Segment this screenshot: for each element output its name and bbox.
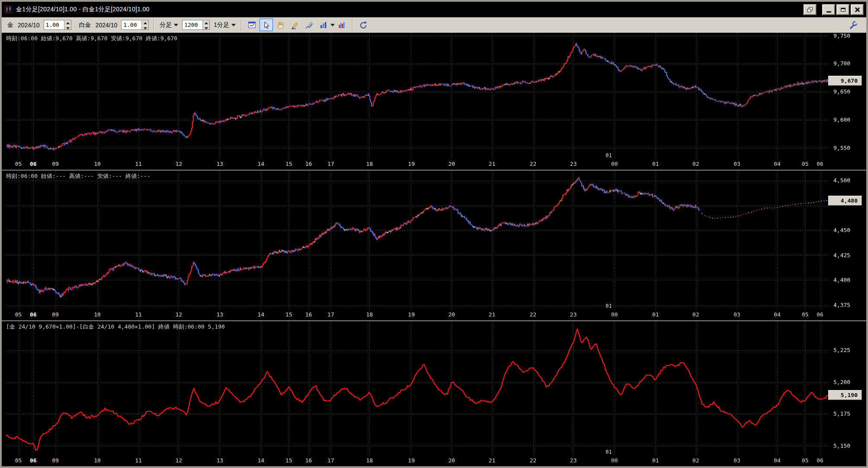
x-axis-label: 13 — [216, 161, 223, 167]
y-axis-label: 9,650 — [833, 88, 850, 95]
x-axis-label: 23 — [570, 161, 577, 167]
y-axis-label: 4,400 — [833, 277, 850, 283]
popout-button[interactable] — [804, 4, 817, 15]
x-axis-label: 20 — [448, 311, 455, 318]
pan-hand-button[interactable] — [274, 19, 287, 31]
platinum-multiplier-arrows[interactable] — [141, 20, 148, 29]
x-axis-label: 18 — [366, 311, 373, 318]
app-icon — [4, 5, 13, 14]
close-button[interactable] — [851, 4, 864, 15]
x-axis-label: 05 — [802, 161, 809, 167]
maximize-button[interactable] — [836, 4, 849, 15]
x-axis-label: 09 — [52, 457, 59, 464]
platinum-ohlc-info: 時刻:06:00 始値:--- 高値:--- 安値:--- 終値:--- — [6, 172, 151, 180]
pan-hand-icon — [276, 21, 285, 29]
last-price-badge: 9,670 — [828, 76, 862, 86]
x-axis-label: 00 — [611, 161, 618, 167]
x-axis-label: 12 — [175, 311, 182, 318]
app-window: 金1分足[2024/10]1.00 - 白金1分足[2024/10]1.00 金… — [0, 0, 868, 468]
x-axis-label: 15 — [285, 161, 292, 167]
gold-chart-canvas[interactable] — [2, 33, 866, 159]
chart-area: 時刻:06:00 始値:9,670 高値:9,670 安値:9,670 終値:9… — [2, 33, 866, 466]
toolbar-separator — [241, 19, 242, 31]
settings-wrench-button[interactable] — [847, 19, 860, 31]
x-axis-label: 10 — [94, 457, 101, 464]
spin-down-icon[interactable] — [64, 25, 71, 30]
gold-month-selector[interactable]: 2024/10 — [18, 22, 40, 29]
chart-window-button[interactable] — [245, 19, 259, 31]
popout-icon — [807, 7, 813, 13]
x-axis-label: 00 — [611, 457, 618, 464]
histogram-button[interactable] — [335, 19, 349, 31]
x-axis-label: 04 — [774, 457, 781, 464]
x-axis-label: 04 — [774, 311, 781, 318]
bar-count-arrows[interactable] — [202, 20, 209, 29]
draw-pencil-icon — [291, 21, 299, 29]
x-axis-label: 03 — [733, 311, 740, 318]
x-axis-label: 19 — [408, 457, 415, 464]
bar-count-spinner[interactable]: 1200 — [182, 20, 210, 30]
x-axis-label: 10 — [94, 311, 101, 318]
gold-multiplier-spinner[interactable]: 1.00 — [44, 20, 71, 30]
spin-up-icon[interactable] — [64, 20, 71, 25]
date-change-label: 01 — [605, 449, 612, 455]
x-axis-label: 17 — [327, 311, 334, 318]
x-axis-label: 02 — [692, 311, 699, 318]
gold-label: 金 — [7, 21, 13, 29]
x-axis-label: 02 — [692, 161, 699, 167]
x-axis-label: 02 — [692, 457, 699, 464]
y-axis-label: 4,500 — [833, 177, 850, 184]
spin-up-icon[interactable] — [142, 20, 148, 25]
spin-down-icon[interactable] — [203, 25, 209, 30]
x-axis-label: 17 — [327, 161, 334, 167]
x-axis-label: 18 — [366, 161, 373, 167]
spread-x-axis: 0506091011121314151617181920212223000102… — [2, 456, 866, 466]
x-axis-label: 19 — [408, 311, 415, 318]
toolbar: 金 2024/10 1.00 白金 2024/10 1.00 分足 1200 1… — [2, 17, 866, 33]
x-axis-label: 09 — [52, 161, 59, 167]
chevron-down-icon[interactable] — [330, 24, 335, 26]
close-icon — [855, 7, 860, 12]
minimize-button[interactable] — [822, 4, 835, 15]
spin-up-icon[interactable] — [203, 20, 209, 25]
timeframe-dropdown[interactable]: 1分足 — [214, 21, 236, 29]
x-axis-label: 03 — [733, 161, 740, 167]
gold-x-axis: 0506091011121314151617181920212223000102… — [2, 159, 866, 170]
platinum-multiplier-spinner[interactable]: 1.00 — [121, 20, 149, 30]
platinum-multiplier-value[interactable]: 1.00 — [122, 20, 141, 29]
gold-ohlc-info: 時刻:06:00 始値:9,670 高値:9,670 安値:9,670 終値:9… — [6, 35, 177, 42]
indicator-bars-button[interactable] — [317, 19, 330, 31]
spread-chart-canvas[interactable] — [2, 321, 866, 456]
x-axis-label: 03 — [733, 457, 740, 464]
platinum-month-selector[interactable]: 2024/10 — [96, 22, 118, 29]
histogram-icon — [338, 21, 346, 29]
y-axis-label: 4,450 — [833, 227, 850, 233]
interval-type-label: 分足 — [160, 21, 172, 29]
x-axis-label: 13 — [216, 457, 223, 464]
x-axis-label: 17 — [327, 457, 334, 464]
x-axis-label: 06 — [817, 311, 823, 318]
x-axis-label: 11 — [135, 161, 142, 167]
x-axis-label: 22 — [530, 457, 537, 464]
x-axis-label: 14 — [257, 161, 264, 167]
interval-type-dropdown[interactable]: 分足 — [160, 21, 178, 29]
x-axis-label: 10 — [94, 161, 101, 167]
platinum-plot: 時刻:06:00 始値:--- 高値:--- 安値:--- 終値:--- 4,5… — [2, 171, 866, 310]
gold-multiplier-arrows[interactable] — [64, 20, 71, 29]
platinum-chart-canvas[interactable] — [2, 171, 866, 310]
x-axis-label: 14 — [257, 311, 264, 318]
x-axis-label: 16 — [305, 311, 312, 318]
last-price-badge: 5,190 — [828, 390, 862, 400]
draw-pencil-button[interactable] — [288, 19, 301, 31]
gold-multiplier-value[interactable]: 1.00 — [44, 20, 64, 29]
y-axis-label: 5,200 — [833, 379, 850, 385]
bar-count-value[interactable]: 1200 — [183, 20, 202, 29]
x-axis-label: 18 — [366, 457, 373, 464]
spin-down-icon[interactable] — [142, 25, 148, 30]
refresh-button[interactable] — [356, 19, 370, 31]
trendline-button[interactable] — [302, 19, 316, 31]
select-cursor-button[interactable] — [259, 19, 273, 31]
gold-y-axis: 9,7509,7009,6509,6009,5509,670 — [828, 33, 866, 159]
x-axis-label: 06 — [30, 311, 37, 318]
y-axis-label: 9,600 — [833, 116, 850, 123]
